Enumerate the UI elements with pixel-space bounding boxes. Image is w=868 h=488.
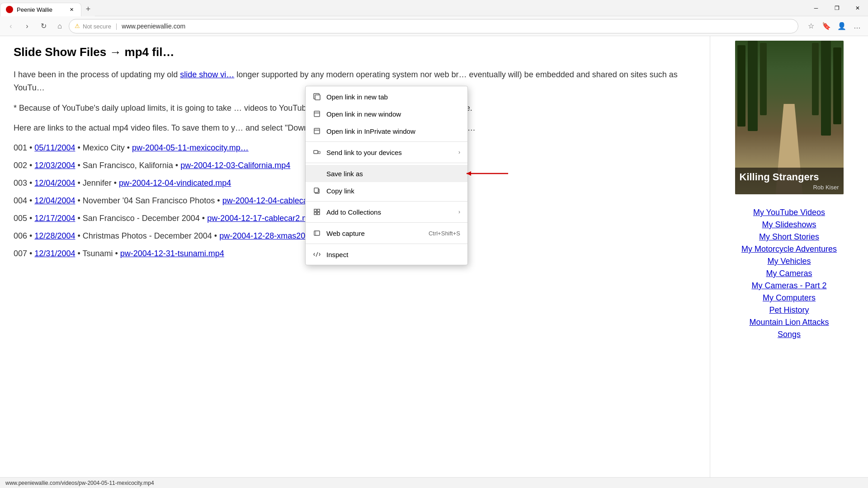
- browser-content: Slide Show Files → mp4 fil… I have been …: [0, 36, 868, 477]
- file-link-5[interactable]: pw-2004-12-17-cablecar2.mp4: [207, 214, 318, 223]
- favorites-icon[interactable]: ☆: [804, 19, 818, 33]
- sidebar-link-slideshows[interactable]: My Slideshows: [762, 220, 816, 230]
- date-link-1[interactable]: 05/11/2004: [34, 143, 75, 152]
- web-capture-shortcut: Ctrl+Shift+S: [429, 230, 460, 237]
- date-link-2[interactable]: 12/03/2004: [34, 161, 75, 170]
- open-new-window-icon: [313, 110, 321, 118]
- context-menu-inspect[interactable]: Inspect: [306, 246, 467, 263]
- date-link-7[interactable]: 12/31/2004: [34, 249, 75, 258]
- context-menu-add-collections[interactable]: Add to Collections ›: [306, 203, 467, 221]
- sidebar-link-songs[interactable]: Songs: [778, 330, 801, 339]
- svg-rect-6: [314, 150, 318, 154]
- context-menu-open-new-window-label: Open link in new window: [326, 110, 460, 118]
- toolbar-icons: ☆ 🔖 👤 …: [804, 19, 864, 33]
- inspect-icon: [313, 250, 321, 258]
- context-menu-add-collections-label: Add to Collections: [326, 208, 453, 216]
- tree-2: [748, 41, 758, 131]
- tree-3: [833, 47, 841, 124]
- forward-button[interactable]: ›: [20, 19, 34, 33]
- new-tab-button[interactable]: +: [81, 3, 95, 16]
- minimize-button[interactable]: ─: [806, 0, 826, 16]
- tab-close-button[interactable]: ✕: [67, 5, 75, 14]
- context-menu-divider-2: [306, 163, 467, 163]
- sidebar-link-computers[interactable]: My Computers: [763, 293, 816, 303]
- sidebar-link-mountain[interactable]: Mountain Lion Attacks: [749, 318, 829, 327]
- file-link-2[interactable]: pw-2004-12-03-California.mp4: [180, 161, 290, 170]
- title-bar-left: Peenie Wallie ✕ +: [0, 0, 806, 16]
- sidebar-image-overlay: Killing Strangers Rob Kiser: [735, 168, 844, 194]
- context-menu-copy-link-label: Copy link: [326, 187, 460, 195]
- restore-button[interactable]: ❐: [826, 0, 847, 16]
- security-icon: ⚠: [75, 23, 80, 29]
- web-capture-icon: [313, 229, 321, 237]
- context-menu-open-new-window[interactable]: Open link in new window: [306, 105, 467, 122]
- back-button[interactable]: ‹: [4, 19, 18, 33]
- save-link-icon: [313, 169, 321, 178]
- context-menu-save-link[interactable]: Save link as: [306, 165, 467, 182]
- title-bar: Peenie Wallie ✕ + ─ ❐ ✕: [0, 0, 868, 16]
- sidebar-link-pethistory[interactable]: Pet History: [769, 305, 809, 315]
- sidebar-link-cameras2[interactable]: My Cameras - Part 2: [751, 281, 826, 291]
- status-url: www.peeniewallie.com/videos/pw-2004-05-1…: [5, 480, 154, 486]
- tab-bar: Peenie Wallie ✕ +: [0, 0, 95, 16]
- svg-rect-15: [317, 212, 320, 215]
- context-menu-web-capture-label: Web capture: [326, 230, 423, 237]
- tab-label: Peenie Wallie: [17, 6, 64, 13]
- add-collections-icon: [313, 208, 321, 216]
- context-menu-inspect-label: Inspect: [326, 251, 460, 258]
- close-button[interactable]: ✕: [847, 0, 868, 16]
- context-menu-send-link-label: Send link to your devices: [326, 149, 453, 156]
- date-link-6[interactable]: 12/28/2004: [34, 231, 75, 240]
- tree-1: [737, 45, 745, 127]
- context-menu-divider-5: [306, 244, 467, 244]
- address-bar-row: ‹ › ↻ ⌂ ⚠ Not secure | www.peeniewallie.…: [0, 16, 868, 36]
- svg-rect-12: [314, 209, 316, 211]
- home-button[interactable]: ⌂: [52, 19, 67, 33]
- sidebar-link-vehicles[interactable]: My Vehicles: [767, 257, 811, 266]
- refresh-button[interactable]: ↻: [36, 19, 51, 33]
- address-bar[interactable]: ⚠ Not secure | www.peeniewallie.com: [69, 19, 798, 33]
- sidebar-link-stories[interactable]: My Short Stories: [759, 232, 819, 242]
- status-bar: www.peeniewallie.com/videos/pw-2004-05-1…: [0, 477, 868, 488]
- context-menu-copy-link[interactable]: Copy link: [306, 182, 467, 199]
- sidebar-image: Killing Strangers Rob Kiser: [735, 41, 844, 194]
- svg-rect-2: [314, 111, 320, 117]
- send-link-arrow-icon: ›: [458, 149, 460, 155]
- send-link-icon: [313, 148, 321, 156]
- svg-rect-1: [315, 95, 320, 100]
- add-collections-arrow-icon: ›: [458, 209, 460, 215]
- context-menu-open-new-tab[interactable]: Open link in new tab: [306, 88, 467, 105]
- page-heading: Slide Show Files → mp4 fil…: [14, 45, 696, 59]
- sidebar-link-motorcycle[interactable]: My Motorcycle Adventures: [741, 244, 837, 254]
- sidebar-img-author: Rob Kiser: [740, 184, 839, 191]
- svg-line-18: [316, 252, 318, 257]
- date-link-5[interactable]: 12/17/2004: [34, 214, 75, 223]
- address-separator: |: [116, 23, 118, 30]
- date-link-4[interactable]: 12/04/2004: [34, 196, 75, 205]
- sidebar-link-cameras[interactable]: My Cameras: [766, 269, 812, 278]
- context-menu-open-inprivate-label: Open link in InPrivate window: [326, 127, 460, 135]
- browser-tab-active[interactable]: Peenie Wallie ✕: [0, 3, 81, 16]
- tree-5: [760, 43, 767, 115]
- more-icon[interactable]: …: [850, 19, 864, 33]
- profile-icon[interactable]: 👤: [835, 19, 849, 33]
- tree-6: [812, 43, 819, 115]
- sidebar-links: My YouTube Videos My Slideshows My Short…: [741, 208, 837, 339]
- tree-4: [821, 41, 831, 136]
- security-label: Not secure: [83, 23, 111, 30]
- file-link-3[interactable]: pw-2004-12-04-vindicated.mp4: [119, 178, 231, 188]
- context-menu-open-inprivate[interactable]: Open link in InPrivate window: [306, 122, 467, 140]
- svg-rect-16: [314, 231, 320, 235]
- open-new-tab-icon: [313, 93, 321, 101]
- sidebar-link-youtube[interactable]: My YouTube Videos: [753, 208, 825, 217]
- context-menu-send-link[interactable]: Send link to your devices ›: [306, 144, 467, 161]
- window-controls: ─ ❐ ✕: [806, 0, 868, 16]
- slideshow-link[interactable]: slide show vi…: [180, 70, 234, 79]
- svg-rect-4: [314, 128, 320, 134]
- collections-icon[interactable]: 🔖: [819, 19, 834, 33]
- file-link-7[interactable]: pw-2004-12-31-tsunami.mp4: [120, 249, 224, 258]
- copy-link-icon: [313, 187, 321, 195]
- date-link-3[interactable]: 12/04/2004: [34, 178, 75, 188]
- context-menu-web-capture[interactable]: Web capture Ctrl+Shift+S: [306, 225, 467, 242]
- file-link-1[interactable]: pw-2004-05-11-mexicocity.mp…: [132, 143, 249, 152]
